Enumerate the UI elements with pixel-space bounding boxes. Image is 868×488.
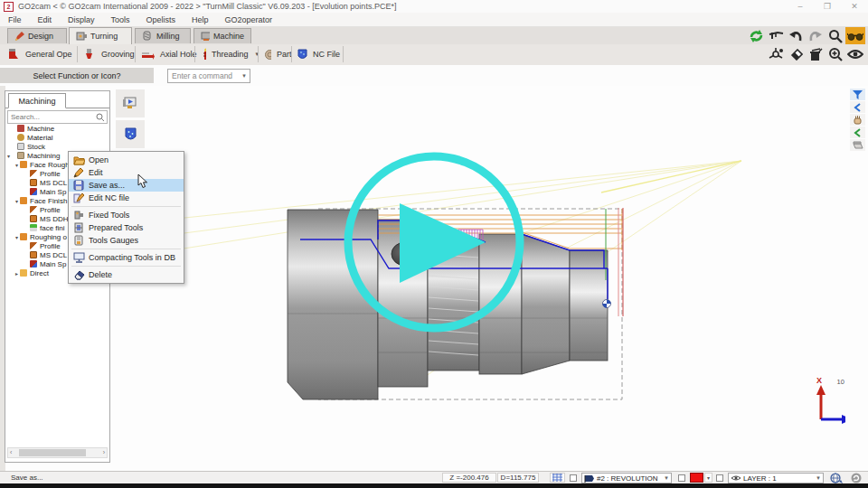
command-combobox[interactable]: Enter a command ▾ [167,69,250,83]
trash-brush-icon [808,48,823,61]
axial-hole-button[interactable]: Axial Hole [137,45,201,63]
scroll-left-arrow[interactable]: ‹ [10,449,12,455]
window-title: GO2cam < © GO2cam International 2009 - 2… [18,2,396,11]
visibility-button[interactable] [846,46,864,62]
taskbar-strip [0,483,868,488]
operation-node-icon [20,269,27,277]
scrollbar-thumb[interactable] [19,449,86,456]
nc-shield-icon [125,127,137,142]
tab-machine[interactable]: Machine [193,28,251,43]
simulation-button[interactable] [116,89,145,117]
menu-opelists[interactable]: Opelists [138,15,184,24]
nc-file-button[interactable]: NC File [294,45,348,63]
menu-help[interactable]: Help [184,15,217,24]
menu-go2operator[interactable]: GO2operator [217,15,281,24]
operation-node-icon [20,197,27,204]
menu-item-delete[interactable]: Delete [69,268,184,281]
menu-tools[interactable]: Tools [103,15,138,24]
threading-button[interactable]: Threading ▾ [197,45,262,63]
menu-item-fixed-tools[interactable]: Fixed Tools [69,209,184,221]
operation-node-icon [20,233,27,240]
part-section-cone [522,234,570,374]
tree-search [7,110,108,124]
undo-icon [788,30,803,43]
mouse-cursor [137,174,148,189]
operation-toolbar: General Ope Grooving Axial Hole Threadin… [0,44,868,66]
menu-item-edit[interactable]: Edit [69,166,184,179]
cad-viewport[interactable]: 10 mm X Z [149,86,845,465]
measure-button[interactable] [767,28,785,44]
grooving-button[interactable]: Grooving [80,45,139,63]
tools-axes-button[interactable] [767,46,785,62]
grid-icon [552,474,562,482]
spindle-node-icon [30,260,37,267]
tool-node-icon [30,251,37,258]
profile-node-icon [30,242,37,249]
slab-icon [853,141,863,149]
part-icon [264,49,271,61]
layer-combobox[interactable]: LAYER : 1 ▾ [728,473,824,483]
workplane-combobox[interactable]: #2 : REVOLUTION ▾ [581,473,672,483]
workplane-checkbox[interactable] [570,474,577,482]
chevron-down-icon: ▾ [239,72,250,80]
tree-item-machine[interactable]: Machine [5,124,109,133]
general-ope-button[interactable]: General Ope [4,45,85,63]
menu-item-save-as[interactable]: Save as... [69,179,184,192]
part-section-6 [570,250,608,361]
pick-hand-button[interactable] [850,114,865,126]
axial-hole-icon [141,49,155,60]
close-button[interactable]: ✕ [841,1,868,13]
zoom-button[interactable] [826,28,844,44]
hand-icon [853,115,863,125]
color-dropdown-button[interactable]: ▾ [704,473,712,483]
menu-item-compacting-tools[interactable]: Compacting Tools in DB [69,251,184,264]
tab-design[interactable]: Design [7,28,67,43]
turning-icon [76,31,87,42]
glasses-icon [847,31,863,42]
machine-icon [201,31,210,42]
erase-button[interactable] [787,46,805,62]
compacting-db-icon [73,252,85,263]
prepared-tools-icon [73,222,84,233]
minimize-button[interactable]: – [787,1,814,13]
scroll-right-arrow[interactable]: › [103,449,105,455]
grid-toggle-button[interactable] [550,473,565,483]
menu-edit[interactable]: Edit [30,15,61,24]
tree-item-stock[interactable]: Stock [5,142,109,151]
fixed-tools-icon [73,210,84,221]
profile-node-icon [30,206,37,213]
workplane-flag-icon [584,474,595,483]
machining-panel-tab[interactable]: Machining [8,93,66,108]
filter-button[interactable] [850,89,865,100]
view-glasses-button[interactable] [845,27,865,44]
redo-button[interactable] [807,28,825,44]
color-checkbox[interactable] [678,474,685,482]
zoom-extents-button[interactable] [826,46,844,62]
menu-file[interactable]: File [0,15,30,24]
prev-blue-button[interactable] [850,101,865,113]
maximize-button[interactable]: ❐ [814,1,841,13]
layer-eye-icon [731,474,741,482]
menu-item-tools-gauges[interactable]: Tools Gauges [69,234,184,247]
sync-button[interactable] [747,28,765,44]
prev-green-button[interactable] [850,127,865,138]
menu-item-open[interactable]: Open [69,154,184,166]
undo-button[interactable] [787,28,805,44]
d-coordinate: D=115.775 [497,473,539,483]
nc-output-button[interactable] [116,120,145,148]
menu-item-prepared-tools[interactable]: Prepared Tools [69,221,184,234]
search-input[interactable] [8,113,96,121]
tree-item-material[interactable]: Material [5,133,109,142]
menu-display[interactable]: Display [60,15,103,24]
tab-milling[interactable]: Milling [135,28,191,43]
milling-icon [142,31,153,42]
machine-node-icon [17,125,24,132]
menu-item-edit-nc-file[interactable]: Edit NC file [69,192,184,204]
layer-checkbox[interactable] [716,474,723,482]
tree-scrollbar[interactable]: ‹ › [7,447,108,458]
stock-view-button[interactable] [850,139,865,151]
globe-icon [830,473,843,483]
clean-screen-button[interactable] [807,46,825,62]
color-swatch[interactable] [690,473,703,483]
tab-turning[interactable]: Turning [69,27,132,44]
